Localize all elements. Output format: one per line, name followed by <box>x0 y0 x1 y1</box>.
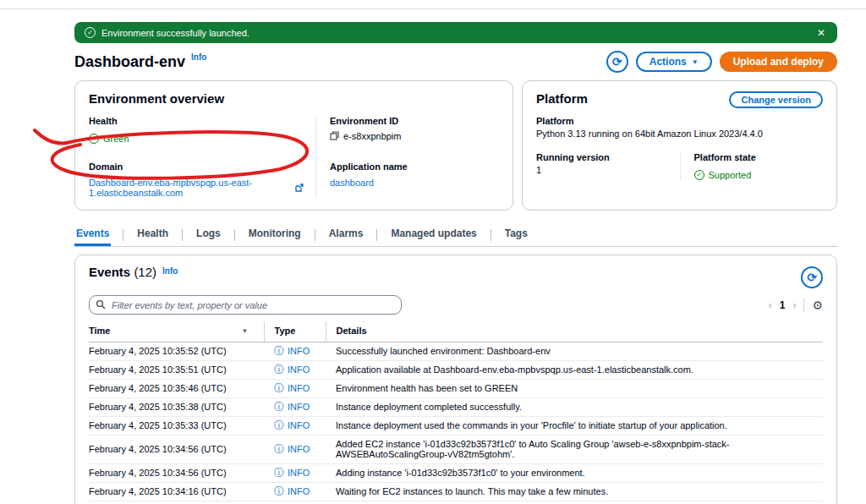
info-icon: ⓘ <box>274 364 284 375</box>
copy-icon[interactable] <box>330 131 339 140</box>
table-row: February 4, 2025 10:35:38 (UTC)ⓘINFOInst… <box>89 398 823 417</box>
title-info-link[interactable]: Info <box>191 52 206 62</box>
event-type: ⓘINFO <box>264 398 326 417</box>
tab-divider <box>491 229 491 241</box>
events-title: Events (12) <box>89 265 156 279</box>
tab-monitoring[interactable]: Monitoring <box>247 223 303 246</box>
event-type: ⓘINFO <box>264 361 326 380</box>
event-time: February 4, 2025 10:34:56 (UTC) <box>89 436 264 464</box>
domain-link[interactable]: Dashboard-env.eba-mpbvspqp.us-east-1.ela… <box>89 178 291 198</box>
time-header-label: Time <box>89 326 110 336</box>
event-time: February 4, 2025 10:34:56 (UTC) <box>89 464 264 483</box>
tab-divider <box>315 229 315 241</box>
tab-divider <box>376 229 377 241</box>
main-content: ✓ Environment successfully launched. ✕ D… <box>74 22 837 504</box>
info-icon: ⓘ <box>274 468 284 478</box>
event-time: February 4, 2025 10:35:51 (UTC) <box>89 361 264 380</box>
header-actions: ⟳ Actions ▼ Upload and deploy <box>606 51 837 73</box>
event-type-label: INFO <box>288 444 310 454</box>
event-details: Waiting for EC2 instances to launch. Thi… <box>326 483 823 501</box>
tab-alarms[interactable]: Alarms <box>327 223 365 246</box>
actions-button-label: Actions <box>650 56 687 68</box>
info-icon: ⓘ <box>274 486 284 496</box>
tab-logs[interactable]: Logs <box>195 223 222 246</box>
page-header: Dashboard-env Info ⟳ Actions ▼ Upload an… <box>74 51 837 73</box>
event-type-label: INFO <box>288 420 310 430</box>
events-table-body: February 4, 2025 10:35:52 (UTC)ⓘINFOSucc… <box>89 342 823 504</box>
application-name-link[interactable]: dashboard <box>330 178 374 188</box>
event-time: February 4, 2025 10:35:52 (UTC) <box>89 342 264 361</box>
search-icon <box>96 299 106 310</box>
column-header-time[interactable]: Time▼ <box>89 321 264 342</box>
info-icon: ⓘ <box>274 402 284 412</box>
platform-value: Python 3.13 running on 64bit Amazon Linu… <box>536 129 823 139</box>
column-header-type[interactable]: Type <box>264 321 326 342</box>
event-type-label: INFO <box>288 468 310 478</box>
summary-cards: Environment overview Health ✓ Green Doma… <box>74 80 837 211</box>
banner-message: Environment successfully launched. <box>101 28 249 38</box>
tab-divider <box>234 229 235 241</box>
platform-state-status: ✓ Supported <box>694 170 752 180</box>
event-time: February 4, 2025 10:35:38 (UTC) <box>89 398 264 417</box>
event-type: ⓘINFO <box>264 436 326 464</box>
next-page-icon[interactable]: › <box>792 299 796 311</box>
event-type-label: INFO <box>288 383 310 393</box>
change-version-button[interactable]: Change version <box>729 91 823 108</box>
event-details: Application available at Dashboard-env.e… <box>326 361 823 380</box>
previous-page-icon[interactable]: ‹ <box>769 299 772 311</box>
events-count: (12) <box>134 265 156 279</box>
event-details: Successfully launched environment: Dashb… <box>326 342 823 361</box>
event-time: February 4, 2025 10:34:16 (UTC) <box>89 483 264 501</box>
platform-card: Platform Change version Platform Python … <box>522 80 837 211</box>
environment-id-label: Environment ID <box>330 116 499 126</box>
tab-managed-updates[interactable]: Managed updates <box>389 223 478 246</box>
upload-and-deploy-button[interactable]: Upload and deploy <box>720 52 837 72</box>
tab-health[interactable]: Health <box>135 223 170 246</box>
running-version-label: Running version <box>536 152 680 162</box>
event-details: Environment health has been set to GREEN <box>326 380 823 398</box>
events-filter-input[interactable] <box>89 295 402 315</box>
health-check-icon: ✓ <box>89 134 99 144</box>
page-number[interactable]: 1 <box>780 299 786 311</box>
events-info-link[interactable]: Info <box>162 266 178 276</box>
banner-close-icon[interactable]: ✕ <box>815 28 827 38</box>
table-row: February 4, 2025 10:35:52 (UTC)ⓘINFOSucc… <box>89 342 823 361</box>
event-type-label: INFO <box>288 402 310 412</box>
tab-divider <box>123 229 123 241</box>
page-title: Dashboard-env <box>74 53 185 71</box>
platform-state-label: Platform state <box>694 152 824 162</box>
event-type-label: INFO <box>288 346 310 356</box>
tab-tags[interactable]: Tags <box>503 223 529 246</box>
refresh-environment-button[interactable]: ⟳ <box>606 51 628 73</box>
info-icon: ⓘ <box>274 346 284 356</box>
event-type: ⓘINFO <box>264 464 326 483</box>
event-details: Instance deployment used the commands in… <box>326 417 823 436</box>
refresh-events-button[interactable]: ⟳ <box>801 266 823 288</box>
type-header-label: Type <box>275 326 296 336</box>
events-title-text: Events <box>89 265 130 279</box>
table-settings-gear-icon[interactable]: ⚙ <box>812 299 823 311</box>
event-details: Instance deployment completed successful… <box>326 398 823 417</box>
column-header-details[interactable]: Details <box>326 321 823 342</box>
event-type: ⓘINFO <box>264 380 326 398</box>
refresh-icon: ⟳ <box>807 271 817 283</box>
info-icon: ⓘ <box>274 444 284 454</box>
environment-id-value: e-s8xxpnbpim <box>343 131 401 141</box>
event-time: February 4, 2025 10:35:33 (UTC) <box>89 417 264 436</box>
running-version-value: 1 <box>536 165 680 175</box>
event-time: February 4, 2025 10:34:00 (UTC) <box>89 501 264 504</box>
tab-events[interactable]: Events <box>74 223 111 246</box>
event-type: ⓘINFO <box>264 501 326 504</box>
table-row: February 4, 2025 10:34:56 (UTC)ⓘINFOAddi… <box>89 464 823 483</box>
success-check-icon: ✓ <box>85 27 96 38</box>
table-row: February 4, 2025 10:35:46 (UTC)ⓘINFOEnvi… <box>89 380 823 398</box>
top-divider <box>0 8 866 9</box>
health-status: ✓ Green <box>89 134 129 144</box>
tab-divider <box>182 229 183 241</box>
event-type-label: INFO <box>288 486 310 496</box>
event-type: ⓘINFO <box>264 483 326 501</box>
info-icon: ⓘ <box>274 420 284 430</box>
actions-button[interactable]: Actions ▼ <box>636 52 712 72</box>
events-table: Time▼ Type Details February 4, 2025 10:3… <box>89 321 823 504</box>
supported-check-icon: ✓ <box>694 170 704 180</box>
